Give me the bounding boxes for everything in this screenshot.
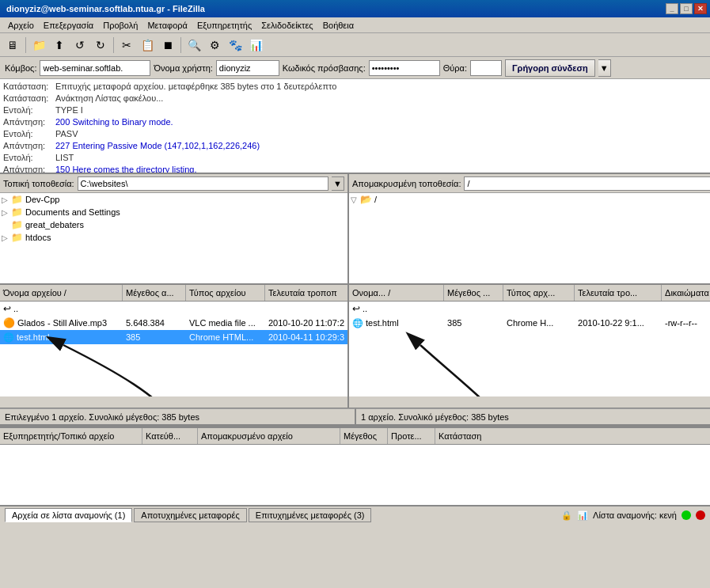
menu-transfer[interactable]: Μεταφορά [142,19,192,32]
port-input[interactable] [470,60,502,76]
menu-help[interactable]: Βοήθεια [318,19,359,32]
toolbar-btn-3[interactable]: ↺ [70,36,89,55]
log-label-7: Απάντηση: [3,164,51,174]
local-file-row-glados[interactable]: 🟠 Glados - Still Alive.mp3 5.648.384 VLC… [0,316,347,330]
remote-tree[interactable]: ▽ 📂 / [349,193,710,284]
toolbar-btn-6[interactable]: 📋 [138,36,157,55]
remote-path-input[interactable] [464,176,710,191]
remote-col-perms[interactable]: Δικαιώματα [662,285,710,301]
local-file-row-testhtml[interactable]: 🌐 test.html 385 Chrome HTML... 2010-04-1… [0,330,347,344]
toolbar-btn-4[interactable]: ↻ [91,36,110,55]
toolbar-btn-5[interactable]: ✂ [117,36,136,55]
remote-panel: Απομακρυσμένη τοποθεσία: ▼ ▽ 📂 / Ονομα..… [349,174,710,408]
menu-view[interactable]: Προβολή [98,19,142,32]
menu-edit[interactable]: Επεξεργασία [39,19,98,32]
maximize-button[interactable]: □ [680,3,693,14]
log-line-0: Κατάσταση: Επιτυχής μεταφορά αρχείου. με… [3,81,707,93]
toolbar-sep-3 [180,37,181,53]
log-area: Κατάσταση: Επιτυχής μεταφορά αρχείου. με… [0,79,710,174]
folder-icon: 📁 [11,232,23,243]
log-text-3: 200 Switching to Binary mode. [55,116,173,128]
panels-wrapper: Τοπική τοποθεσία: ▼ ▷ 📁 Dev-Cpp ▷ 📁 Docu… [0,174,710,408]
remote-path-label: Απομακρυσμένη τοποθεσία: [352,179,461,188]
status-bars: Επιλεγμένο 1 αρχείο. Συνολικό μέγεθος: 3… [0,408,710,426]
tree-item-htdocs[interactable]: ▷ 📁 htdocs [0,231,347,244]
tab-success[interactable]: Επιτυχημένες μεταφορές (3) [249,508,372,522]
toolbar-btn-9[interactable]: ⚙ [205,36,224,55]
remote-file-row-parent[interactable]: ↩ .. [349,302,710,316]
remote-col-name[interactable]: Ονομα... / [349,285,444,301]
tab-failed[interactable]: Αποτυχημένες μεταφορές [134,508,247,522]
toolbar-btn-2[interactable]: ⬆ [50,36,69,55]
local-col-date[interactable]: Τελευταία τροποπ [265,285,347,301]
remote-parent-icon: ↩ [352,303,360,314]
vlc-icon: 🟠 [3,317,15,328]
username-label: Όνομα χρήστη: [154,63,212,73]
remote-col-date[interactable]: Τελευταία τρο... [575,285,662,301]
connect-button[interactable]: Γρήγορη σύνδεση [505,59,595,77]
log-text-0: Επιτυχής μεταφορά αρχείου. μεταφέρθηκε 3… [55,81,336,93]
queue-col-remote: Απομακρυσμένο αρχείο [198,428,340,444]
remote-col-size[interactable]: Μέγεθος ... [444,285,503,301]
window-controls: _ □ ✕ [666,3,707,14]
local-file-name-testhtml: 🌐 test.html [0,330,123,344]
tree-item-devcpp[interactable]: ▷ 📁 Dev-Cpp [0,193,347,206]
connect-dropdown[interactable]: ▼ [598,59,611,77]
node-input[interactable] [40,60,150,76]
remote-html-icon: 🌐 [352,318,363,328]
toolbar-btn-11[interactable]: 📊 [246,36,265,55]
minimize-button[interactable]: _ [666,3,678,14]
remote-col-type[interactable]: Τύπος αρχ... [503,285,575,301]
parent-icon: ↩ [3,303,11,314]
tree-item-root[interactable]: ▽ 📂 / [349,193,710,206]
log-label-2: Εντολή: [3,104,51,116]
local-file-row-parent[interactable]: ↩ .. [0,302,347,316]
local-col-type[interactable]: Τύπος αρχείου [186,285,265,301]
log-line-1: Κατάσταση: Ανάκτηση Λίστας φακέλου... [3,93,707,104]
log-label-6: Εντολή: [3,152,51,164]
remote-path-bar: Απομακρυσμένη τοποθεσία: ▼ [349,174,710,193]
local-file-name-parent: ↩ .. [0,302,123,316]
folder-icon-open: 📂 [360,194,372,205]
remote-file-list[interactable]: ↩ .. 🌐 test.html 385 Chrome [349,302,710,396]
local-col-name[interactable]: Όνομα αρχείου / [0,285,123,301]
close-button[interactable]: ✕ [694,3,707,14]
toolbar-btn-8[interactable]: 🔍 [184,36,203,55]
queue-list-label: Λίστα αναμονής: κενή [593,510,677,520]
queue-col-size: Μέγεθος [340,428,388,444]
local-path-dropdown[interactable]: ▼ [332,176,344,191]
username-input[interactable] [216,60,279,76]
tab-waiting[interactable]: Αρχεία σε λίστα αναμονής (1) [5,508,132,522]
menu-bookmarks[interactable]: Σελιδοδείκτες [256,19,317,32]
log-text-6: LIST [55,152,74,164]
bottom-tabs: Αρχεία σε λίστα αναμονής (1) Αποτυχημένε… [5,508,371,522]
password-label: Κωδικός πρόσβασης: [283,63,366,73]
bottom-right: 🔒 📊 Λίστα αναμονής: κενή [561,510,705,521]
toolbar-btn-10[interactable]: 🐾 [226,36,245,55]
toolbar-btn-7[interactable]: ⏹ [158,36,177,55]
tree-item-debaters[interactable]: 📁 great_debaters [0,218,347,231]
local-tree[interactable]: ▷ 📁 Dev-Cpp ▷ 📁 Documents and Settings 📁… [0,193,347,284]
local-col-size[interactable]: Μέγεθος α... [123,285,186,301]
menu-file[interactable]: Αρχείο [3,19,39,32]
status-dot-green [682,510,691,520]
toolbar-btn-1[interactable]: 📁 [29,36,48,55]
queue-section: Εξυπηρετητής/Τοπικό αρχείο Κατεύθ... Απο… [0,426,710,505]
remote-file-row-testhtml[interactable]: 🌐 test.html 385 Chrome H... 2010-10-22 9… [349,316,710,330]
menu-bar: Αρχείο Επεξεργασία Προβολή Μεταφορά Εξυπ… [0,17,710,33]
remote-file-name-testhtml: 🌐 test.html [349,316,444,330]
tree-item-docs[interactable]: ▷ 📁 Documents and Settings [0,206,347,218]
local-path-label: Τοπική τοποθεσία: [3,179,74,188]
password-input[interactable] [369,60,440,76]
local-file-list[interactable]: ↩ .. 🟠 Glados - Still Alive.mp3 5.648.38… [0,302,347,396]
menu-server[interactable]: Εξυπηρετητής [192,19,256,32]
bottom-bar: Αρχεία σε λίστα αναμονής (1) Αποτυχημένε… [0,505,710,524]
toolbar-site-manager[interactable]: 🖥 [3,36,22,55]
local-path-input[interactable] [78,176,328,191]
folder-icon: 📁 [11,219,23,230]
log-label-3: Απάντηση: [3,116,51,128]
log-line-3: Απάντηση: 200 Switching to Binary mode. [3,116,707,128]
remote-file-header: Ονομα... / Μέγεθος ... Τύπος αρχ... Τελε… [349,284,710,302]
local-file-header: Όνομα αρχείου / Μέγεθος α... Τύπος αρχεί… [0,284,347,302]
toolbar-sep-2 [113,37,114,53]
